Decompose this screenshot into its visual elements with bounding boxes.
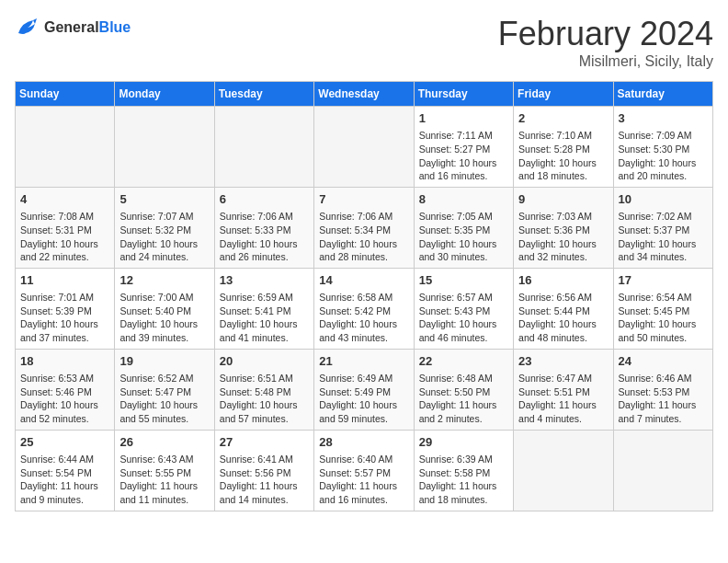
day-number: 15 [419,272,508,289]
calendar-cell: 22Sunrise: 6:48 AMSunset: 5:50 PMDayligh… [414,349,513,430]
day-info: Sunrise: 7:06 AMSunset: 5:33 PMDaylight:… [220,210,309,264]
calendar-cell [214,107,313,188]
day-info: Sunrise: 6:49 AMSunset: 5:49 PMDaylight:… [319,372,408,426]
day-header-monday: Monday [115,82,214,107]
day-number: 24 [619,353,708,370]
day-info: Sunrise: 7:07 AMSunset: 5:32 PMDaylight:… [119,210,209,264]
calendar-cell: 21Sunrise: 6:49 AMSunset: 5:49 PMDayligh… [314,349,414,430]
day-number: 22 [419,353,508,370]
day-info: Sunrise: 6:59 AMSunset: 5:41 PMDaylight:… [220,291,309,345]
day-number: 14 [319,272,408,289]
calendar-cell [115,107,214,188]
day-number: 10 [619,191,708,208]
day-number: 16 [518,272,608,289]
day-info: Sunrise: 6:56 AMSunset: 5:44 PMDaylight:… [518,291,608,345]
calendar-cell: 26Sunrise: 6:43 AMSunset: 5:55 PMDayligh… [115,430,214,511]
day-number: 8 [419,191,508,208]
logo-blue: Blue [99,19,131,35]
day-number: 6 [220,191,309,208]
day-info: Sunrise: 7:05 AMSunset: 5:35 PMDaylight:… [419,210,508,264]
calendar-cell: 17Sunrise: 6:54 AMSunset: 5:45 PMDayligh… [613,268,712,349]
day-header-thursday: Thursday [414,82,513,107]
day-info: Sunrise: 6:39 AMSunset: 5:58 PMDaylight:… [419,453,508,507]
day-info: Sunrise: 7:01 AMSunset: 5:39 PMDaylight:… [20,291,109,345]
day-info: Sunrise: 6:57 AMSunset: 5:43 PMDaylight:… [419,291,508,345]
calendar-cell: 16Sunrise: 6:56 AMSunset: 5:44 PMDayligh… [514,268,613,349]
day-number: 20 [220,353,309,370]
calendar-cell: 4Sunrise: 7:08 AMSunset: 5:31 PMDaylight… [16,187,115,268]
calendar-cell: 28Sunrise: 6:40 AMSunset: 5:57 PMDayligh… [314,430,414,511]
day-info: Sunrise: 6:58 AMSunset: 5:42 PMDaylight:… [319,291,408,345]
day-info: Sunrise: 6:48 AMSunset: 5:50 PMDaylight:… [419,372,508,426]
calendar-week-1: 1Sunrise: 7:11 AMSunset: 5:27 PMDaylight… [16,107,713,188]
calendar-cell: 6Sunrise: 7:06 AMSunset: 5:33 PMDaylight… [214,187,313,268]
logo-icon [15,15,40,40]
calendar-cell: 19Sunrise: 6:52 AMSunset: 5:47 PMDayligh… [115,349,214,430]
calendar-cell: 1Sunrise: 7:11 AMSunset: 5:27 PMDaylight… [414,107,513,188]
day-header-tuesday: Tuesday [214,82,313,107]
calendar-cell: 13Sunrise: 6:59 AMSunset: 5:41 PMDayligh… [214,268,313,349]
day-info: Sunrise: 7:00 AMSunset: 5:40 PMDaylight:… [119,291,209,345]
calendar-cell: 2Sunrise: 7:10 AMSunset: 5:28 PMDaylight… [514,107,613,188]
calendar-cell: 9Sunrise: 7:03 AMSunset: 5:36 PMDaylight… [514,187,613,268]
day-number: 26 [119,434,209,451]
calendar-week-3: 11Sunrise: 7:01 AMSunset: 5:39 PMDayligh… [16,268,713,349]
day-number: 9 [518,191,608,208]
day-number: 5 [119,191,209,208]
day-number: 23 [518,353,608,370]
calendar-cell: 3Sunrise: 7:09 AMSunset: 5:30 PMDaylight… [613,107,712,188]
calendar-cell: 25Sunrise: 6:44 AMSunset: 5:54 PMDayligh… [16,430,115,511]
day-info: Sunrise: 6:40 AMSunset: 5:57 PMDaylight:… [319,453,408,507]
day-info: Sunrise: 6:47 AMSunset: 5:51 PMDaylight:… [518,372,608,426]
location-subtitle: Misilmeri, Sicily, Italy [498,53,713,70]
day-info: Sunrise: 7:11 AMSunset: 5:27 PMDaylight:… [419,129,508,183]
page-header: GeneralBlue February 2024 Misilmeri, Sic… [15,15,713,70]
calendar-week-4: 18Sunrise: 6:53 AMSunset: 5:46 PMDayligh… [16,349,713,430]
day-number: 17 [619,272,708,289]
day-header-wednesday: Wednesday [314,82,414,107]
calendar-cell: 12Sunrise: 7:00 AMSunset: 5:40 PMDayligh… [115,268,214,349]
day-number: 11 [20,272,109,289]
day-info: Sunrise: 6:53 AMSunset: 5:46 PMDaylight:… [20,372,109,426]
day-info: Sunrise: 7:02 AMSunset: 5:37 PMDaylight:… [619,210,708,264]
day-number: 27 [220,434,309,451]
day-info: Sunrise: 7:09 AMSunset: 5:30 PMDaylight:… [619,129,708,183]
day-info: Sunrise: 6:46 AMSunset: 5:53 PMDaylight:… [619,372,708,426]
calendar-cell: 27Sunrise: 6:41 AMSunset: 5:56 PMDayligh… [214,430,313,511]
day-header-friday: Friday [514,82,613,107]
day-number: 1 [419,110,508,127]
calendar-cell: 11Sunrise: 7:01 AMSunset: 5:39 PMDayligh… [16,268,115,349]
day-number: 2 [518,110,608,127]
day-number: 3 [619,110,708,127]
month-year-title: February 2024 [498,15,713,53]
day-info: Sunrise: 7:03 AMSunset: 5:36 PMDaylight:… [518,210,608,264]
calendar-week-5: 25Sunrise: 6:44 AMSunset: 5:54 PMDayligh… [16,430,713,511]
calendar-cell: 8Sunrise: 7:05 AMSunset: 5:35 PMDaylight… [414,187,513,268]
day-number: 21 [319,353,408,370]
calendar-cell: 10Sunrise: 7:02 AMSunset: 5:37 PMDayligh… [613,187,712,268]
calendar-cell [613,430,712,511]
logo: GeneralBlue [15,15,131,40]
calendar-cell [314,107,414,188]
calendar-cell: 5Sunrise: 7:07 AMSunset: 5:32 PMDaylight… [115,187,214,268]
logo-general: General [44,19,99,35]
calendar-cell: 20Sunrise: 6:51 AMSunset: 5:48 PMDayligh… [214,349,313,430]
calendar-cell: 29Sunrise: 6:39 AMSunset: 5:58 PMDayligh… [414,430,513,511]
day-number: 25 [20,434,109,451]
day-header-sunday: Sunday [16,82,115,107]
calendar-table: SundayMondayTuesdayWednesdayThursdayFrid… [15,81,713,511]
calendar-cell: 15Sunrise: 6:57 AMSunset: 5:43 PMDayligh… [414,268,513,349]
day-info: Sunrise: 6:41 AMSunset: 5:56 PMDaylight:… [220,453,309,507]
day-info: Sunrise: 6:51 AMSunset: 5:48 PMDaylight:… [220,372,309,426]
calendar-cell: 23Sunrise: 6:47 AMSunset: 5:51 PMDayligh… [514,349,613,430]
title-block: February 2024 Misilmeri, Sicily, Italy [498,15,713,70]
day-number: 19 [119,353,209,370]
day-info: Sunrise: 7:06 AMSunset: 5:34 PMDaylight:… [319,210,408,264]
day-info: Sunrise: 6:43 AMSunset: 5:55 PMDaylight:… [119,453,209,507]
day-number: 18 [20,353,109,370]
calendar-week-2: 4Sunrise: 7:08 AMSunset: 5:31 PMDaylight… [16,187,713,268]
calendar-cell: 18Sunrise: 6:53 AMSunset: 5:46 PMDayligh… [16,349,115,430]
calendar-header-row: SundayMondayTuesdayWednesdayThursdayFrid… [16,82,713,107]
day-number: 12 [119,272,209,289]
calendar-cell [514,430,613,511]
